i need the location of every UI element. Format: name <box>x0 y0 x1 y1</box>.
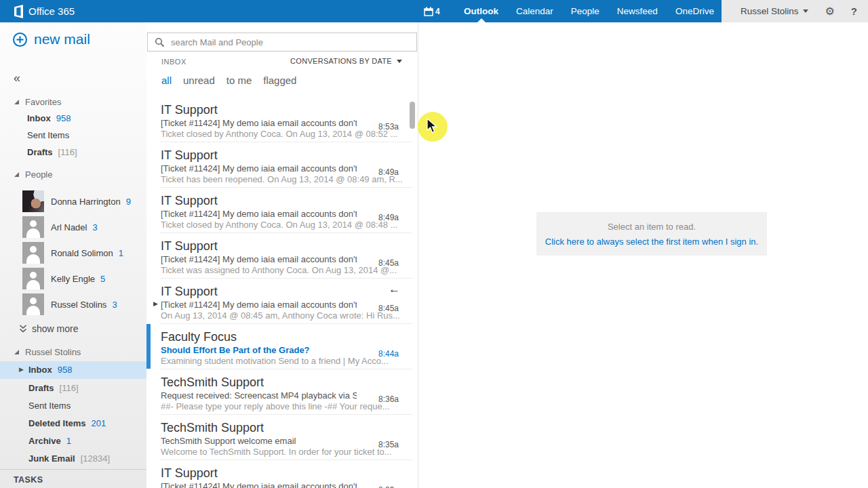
sidebar-item-archive[interactable]: Archive 1 <box>0 436 146 446</box>
unread-count: 9 <box>126 197 131 207</box>
prompt-text: Select an item to read. <box>608 222 696 232</box>
nav-people[interactable]: People <box>562 0 608 22</box>
sidebar-item-inbox[interactable]: ▶ Inbox 958 <box>0 365 146 375</box>
collapse-sidebar-button[interactable]: « <box>14 71 20 85</box>
sidebar-item-drafts[interactable]: Drafts [116] <box>0 383 146 393</box>
tasks-link[interactable]: TASKS <box>14 475 43 485</box>
always-select-first-link[interactable]: Click here to always select the first it… <box>545 237 758 247</box>
avatar-placeholder <box>22 242 44 264</box>
search-icon <box>155 37 165 47</box>
active-tab-notch <box>477 18 486 22</box>
list-scrollbar-thumb[interactable] <box>410 102 415 129</box>
plus-circle-icon <box>12 32 28 47</box>
avatar <box>22 190 44 212</box>
message-row-expandable[interactable]: IT Support [Ticket #11424] My demo iaia … <box>146 279 418 324</box>
user-name-text: Russel Stolins <box>741 6 799 16</box>
filter-unread[interactable]: unread <box>183 75 215 86</box>
sidebar-item-sent-items[interactable]: Sent Items <box>0 401 146 411</box>
outlook-web-app: Office 365 4 Outlook Calendar People New… <box>0 0 868 488</box>
contact-russel-stolins[interactable]: Russel Stolins3 <box>0 293 146 315</box>
nav-newsfeed[interactable]: Newsfeed <box>608 0 667 22</box>
unread-count: 3 <box>112 300 117 310</box>
expand-conversation-icon[interactable]: ▶ <box>153 300 158 307</box>
new-mail-label: new mail <box>34 31 90 47</box>
sidebar-item-junk-email[interactable]: Junk Email [12834] <box>0 453 146 464</box>
reading-pane-prompt: Select an item to read. Click here to al… <box>536 212 767 256</box>
total-count: [116] <box>60 383 79 393</box>
settings-gear-icon[interactable]: ⚙ <box>825 6 834 17</box>
show-more-button[interactable]: show more <box>0 323 146 334</box>
contact-arl-nadel[interactable]: Arl Nadel3 <box>0 216 146 238</box>
unread-count: 3 <box>92 222 97 232</box>
calendar-reminder-badge[interactable]: 4 <box>424 0 440 22</box>
filter-flagged[interactable]: flagged <box>263 75 296 86</box>
avatar-placeholder <box>22 268 44 289</box>
unread-count: 201 <box>92 418 106 428</box>
expanded-triangle-icon <box>14 99 20 105</box>
unread-count: 1 <box>66 436 71 446</box>
folder-sidebar: new mail « Favorites Inbox 958 Sent Item… <box>0 22 146 488</box>
people-section-header[interactable]: People <box>0 169 146 180</box>
message-row[interactable]: IT Support [Ticket #11424] My demo iaia … <box>146 142 418 188</box>
message-row[interactable]: IT Support [Ticket #11424] My demo iaia … <box>146 97 418 142</box>
sidebar-item-favorites-drafts[interactable]: Drafts [116] <box>0 147 146 157</box>
total-count: [12834] <box>81 453 110 464</box>
top-bar: Office 365 4 Outlook Calendar People New… <box>0 0 868 22</box>
new-mail-button[interactable]: new mail <box>12 31 90 47</box>
message-list-column: INBOX CONVERSATIONS BY DATE all unread t… <box>146 22 418 488</box>
office-logo-icon <box>12 5 24 18</box>
nav-outlook[interactable]: Outlook <box>455 0 507 22</box>
contact-ronald-solimon[interactable]: Ronald Solimon1 <box>0 242 146 264</box>
user-menu[interactable]: Russel Stolins <box>741 6 809 16</box>
calendar-badge-count: 4 <box>435 7 440 16</box>
reading-pane: Select an item to read. Click here to al… <box>418 22 868 488</box>
sidebar-item-favorites-inbox[interactable]: Inbox 958 <box>0 113 146 123</box>
folder-label: INBOX <box>161 58 186 66</box>
brand-text: Office 365 <box>28 5 75 17</box>
expanded-triangle-icon <box>14 349 20 355</box>
total-count: [116] <box>58 147 77 157</box>
message-row-unread[interactable]: Faculty Focus Should Effort Be Part of t… <box>146 324 418 369</box>
calendar-icon <box>424 7 433 16</box>
replied-arrow-icon: ← <box>389 283 400 296</box>
chevron-down-icon <box>397 60 402 63</box>
message-row[interactable]: IT Support [Ticket #11424] My demo iaia … <box>146 233 418 279</box>
expanded-triangle-icon <box>14 171 20 178</box>
sidebar-item-favorites-sent[interactable]: Sent Items <box>0 130 146 140</box>
nav-calendar[interactable]: Calendar <box>507 0 562 22</box>
help-icon[interactable]: ? <box>851 5 857 17</box>
message-row[interactable]: IT Support [Ticket #11424] My demo iaia … <box>146 460 418 488</box>
unread-count: 1 <box>119 248 123 258</box>
contact-kelly-engle[interactable]: Kelly Engle5 <box>0 268 146 289</box>
double-chevron-down-icon <box>19 325 27 333</box>
nav-onedrive[interactable]: OneDrive <box>667 0 723 22</box>
column-divider <box>418 22 418 488</box>
account-section-header[interactable]: Russel Stolins <box>0 347 146 357</box>
search-input[interactable] <box>171 37 410 47</box>
filter-to-me[interactable]: to me <box>226 75 252 86</box>
message-row[interactable]: TechSmith Support Request received: Scre… <box>146 369 418 415</box>
expand-arrow-icon[interactable]: ▶ <box>19 366 24 373</box>
office365-logo: Office 365 <box>12 0 75 22</box>
chevron-down-icon <box>803 9 808 13</box>
avatar-placeholder <box>22 293 44 315</box>
contact-donna-harrington[interactable]: Donna Harrington9 <box>0 190 146 212</box>
avatar-placeholder <box>22 216 44 238</box>
message-row[interactable]: IT Support [Ticket #11424] My demo iaia … <box>146 188 418 233</box>
unread-count: 5 <box>100 274 105 284</box>
message-list: IT Support [Ticket #11424] My demo iaia … <box>146 97 418 488</box>
user-area: Russel Stolins ⚙ ? <box>722 0 868 22</box>
divider <box>0 469 146 470</box>
filter-all[interactable]: all <box>161 75 172 86</box>
filter-tabs: all unread to me flagged <box>161 75 296 86</box>
sort-dropdown[interactable]: CONVERSATIONS BY DATE <box>290 57 402 65</box>
sidebar-item-deleted-items[interactable]: Deleted Items 201 <box>0 418 146 428</box>
favorites-section-header[interactable]: Favorites <box>0 97 146 107</box>
unread-count: 958 <box>58 365 73 375</box>
search-box[interactable] <box>147 33 417 52</box>
unread-count: 958 <box>56 113 71 123</box>
message-row[interactable]: TechSmith Support TechSmith Support welc… <box>146 415 418 460</box>
